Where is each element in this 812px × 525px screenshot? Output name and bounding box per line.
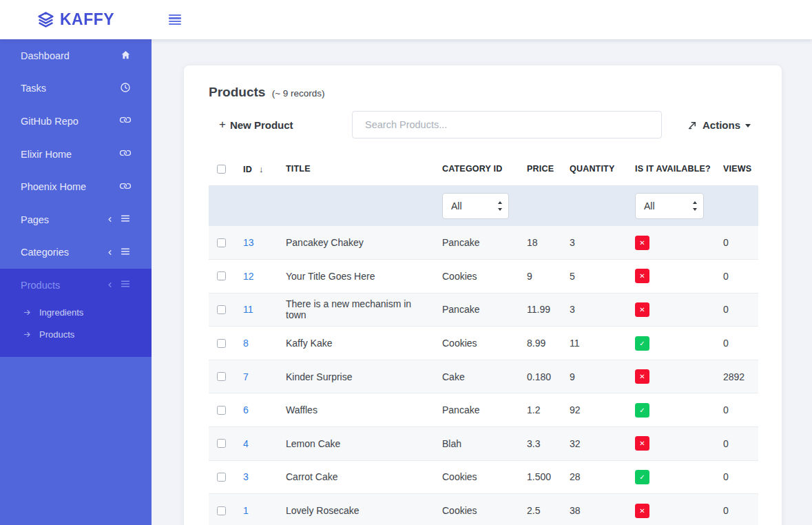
row-checkbox[interactable] — [217, 238, 226, 247]
row-available-cell: ✕ — [627, 427, 715, 461]
row-checkbox[interactable] — [217, 372, 226, 381]
row-checkbox-cell — [209, 393, 235, 427]
row-id-link[interactable]: 4 — [243, 438, 249, 449]
row-available-cell: ✓ — [627, 393, 715, 427]
row-id-cell: 13 — [235, 226, 278, 260]
products-table: ID↓ TITLE CATEGORY ID PRICE QUANTITY IS … — [209, 152, 758, 525]
column-header-category[interactable]: CATEGORY ID — [434, 152, 519, 185]
row-checkbox[interactable] — [217, 271, 226, 280]
row-id-link[interactable]: 12 — [243, 271, 254, 282]
row-checkbox-cell — [209, 293, 235, 327]
sidebar-item-label: Dashboard — [21, 50, 70, 61]
row-id-link[interactable]: 13 — [243, 237, 254, 248]
table-row: 7 Kinder Surprise Cake 0.180 9 ✕ 2892 — [209, 360, 758, 393]
table-header-row: ID↓ TITLE CATEGORY ID PRICE QUANTITY IS … — [209, 152, 758, 185]
sidebar-group-products: Products Ingredients Products — [0, 269, 152, 357]
row-checkbox-cell — [209, 327, 235, 360]
row-category: Cookies — [434, 327, 519, 360]
available-filter: All — [635, 193, 704, 219]
sidebar-item-label: Pages — [21, 214, 49, 225]
row-quantity: 28 — [561, 460, 627, 494]
row-quantity: 11 — [561, 327, 627, 360]
row-price: 8.99 — [519, 327, 561, 360]
link-icon — [120, 147, 131, 161]
sidebar-item-dashboard[interactable]: Dashboard — [0, 39, 152, 72]
clock-icon — [120, 82, 131, 95]
row-id-link[interactable]: 3 — [243, 471, 249, 482]
availability-badge: ✕ — [635, 269, 649, 283]
row-category: Pancake — [434, 393, 519, 427]
arrow-right-icon — [23, 308, 32, 317]
sort-down-icon: ↓ — [259, 164, 264, 174]
category-filter: All — [442, 193, 509, 219]
logo[interactable]: KAFFY — [0, 10, 152, 29]
row-checkbox[interactable] — [217, 473, 226, 482]
row-category: Blah — [434, 427, 519, 461]
row-id-link[interactable]: 8 — [243, 338, 249, 349]
row-id-link[interactable]: 7 — [243, 371, 249, 382]
row-title: Your Title Goes Here — [278, 260, 434, 294]
available-filter-select[interactable]: All — [635, 193, 704, 219]
sidebar-subitem-products[interactable]: Products — [0, 324, 152, 346]
sidebar-subitem-ingredients[interactable]: Ingredients — [0, 302, 152, 324]
row-available-cell: ✓ — [627, 460, 715, 494]
sidebar-item-github-repo[interactable]: GitHub Repo — [0, 105, 152, 138]
row-checkbox[interactable] — [217, 305, 226, 314]
row-checkbox-cell — [209, 494, 235, 525]
menu-icon — [120, 213, 131, 226]
row-available-cell: ✕ — [627, 260, 715, 294]
row-checkbox[interactable] — [217, 439, 226, 448]
toolbar: + New Product Actions — [209, 111, 758, 138]
row-title: There is a new mechanism in town — [278, 293, 434, 327]
logo-text: KAFFY — [60, 10, 114, 29]
row-checkbox[interactable] — [217, 506, 226, 515]
row-id-link[interactable]: 1 — [243, 505, 249, 516]
column-header-views[interactable]: VIEWS — [715, 152, 758, 185]
row-id-cell: 7 — [235, 360, 278, 393]
row-quantity: 5 — [561, 260, 627, 294]
column-header-price[interactable]: PRICE — [519, 152, 561, 185]
sidebar-item-phoenix-home[interactable]: Phoenix Home — [0, 170, 152, 203]
search-input[interactable] — [352, 111, 662, 138]
select-all-checkbox[interactable] — [217, 165, 226, 174]
row-available-cell: ✕ — [627, 360, 715, 393]
sidebar-item-pages[interactable]: Pages — [0, 203, 152, 236]
row-available-cell: ✕ — [627, 226, 715, 260]
row-checkbox[interactable] — [217, 339, 226, 348]
row-id-link[interactable]: 11 — [243, 304, 253, 315]
column-header-quantity[interactable]: QUANTITY — [561, 152, 627, 185]
row-title: Kinder Surprise — [278, 360, 434, 393]
row-category: Pancake — [434, 293, 519, 327]
availability-badge: ✕ — [635, 436, 649, 451]
records-count: (~ 9 records) — [272, 88, 325, 99]
sidebar-item-label: Elixir Home — [21, 149, 72, 160]
column-header-id[interactable]: ID↓ — [235, 152, 278, 185]
sidebar-item-products[interactable]: Products — [0, 269, 152, 302]
sidebar-item-tasks[interactable]: Tasks — [0, 72, 152, 105]
category-filter-select[interactable]: All — [442, 193, 509, 219]
sidebar-item-categories[interactable]: Categories — [0, 236, 152, 269]
column-header-available[interactable]: IS IT AVAILABLE? — [627, 152, 715, 185]
new-product-button[interactable]: + New Product — [209, 118, 352, 132]
hamburger-icon[interactable] — [169, 14, 181, 25]
filter-row: All All — [209, 185, 758, 226]
row-id-cell: 6 — [235, 393, 278, 427]
row-price: 1.500 — [519, 460, 561, 494]
link-icon — [120, 114, 131, 127]
row-quantity: 38 — [561, 494, 627, 525]
sidebar-item-label: GitHub Repo — [21, 116, 79, 127]
row-views: 2892 — [715, 360, 758, 393]
availability-badge: ✕ — [635, 302, 649, 317]
row-checkbox[interactable] — [217, 406, 226, 415]
row-title: Lemon Cake — [278, 427, 434, 461]
row-available-cell: ✓ — [627, 327, 715, 360]
availability-badge: ✕ — [635, 504, 649, 518]
row-views: 0 — [715, 460, 758, 494]
row-price: 2.5 — [519, 494, 561, 525]
table-body: 13 Pancakey Chakey Pancake 18 3 ✕ 0 12 Y… — [209, 226, 758, 525]
row-id-link[interactable]: 6 — [243, 404, 249, 415]
actions-dropdown-button[interactable]: Actions — [687, 119, 751, 131]
row-quantity: 9 — [561, 360, 627, 393]
column-header-title[interactable]: TITLE — [278, 152, 434, 185]
sidebar-item-elixir-home[interactable]: Elixir Home — [0, 138, 152, 171]
